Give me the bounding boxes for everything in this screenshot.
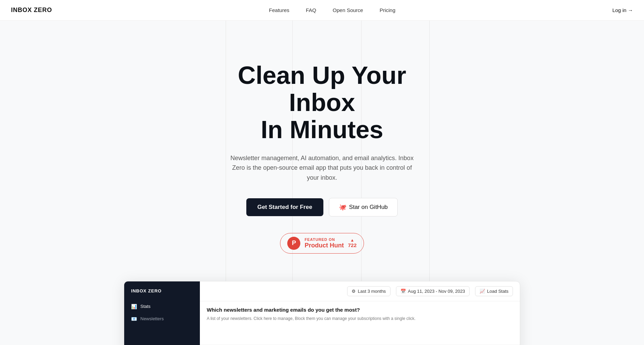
ph-vote-count: 722 [348, 242, 356, 248]
ph-featured-label: FEATURED ON [304, 237, 335, 242]
nav-logo: INBOX ZERO [11, 7, 52, 14]
dashboard-question: Which newsletters and marketing emails d… [207, 307, 513, 313]
newsletters-icon: 📧 [131, 316, 137, 322]
dashboard-main: ⚙ Last 3 months 📅 Aug 11, 2023 - Nov 09,… [200, 281, 520, 345]
get-started-button[interactable]: Get Started for Free [246, 198, 323, 216]
hero-title: Clean Up Your Inbox In Minutes [202, 62, 442, 144]
sidebar-newsletters-label: Newsletters [140, 316, 164, 321]
sidebar-item-stats[interactable]: 📊 Stats [124, 300, 200, 313]
nav-links: Features FAQ Open Source Pricing [269, 7, 395, 13]
date-range-button[interactable]: 📅 Aug 11, 2023 - Nov 09, 2023 [396, 286, 470, 296]
filter-button[interactable]: ⚙ Last 3 months [347, 286, 390, 296]
sidebar-item-newsletters[interactable]: 📧 Newsletters [124, 313, 200, 325]
ph-logo: P [287, 237, 300, 250]
nav-item-pricing[interactable]: Pricing [379, 7, 395, 13]
navbar: INBOX ZERO Features FAQ Open Source Pric… [0, 0, 644, 21]
dashboard-description: A list of your newsletters. Click here t… [207, 315, 513, 322]
nav-item-features[interactable]: Features [269, 7, 289, 13]
login-link[interactable]: Log in → [612, 7, 633, 13]
filter-label: Last 3 months [358, 289, 386, 294]
date-range-label: Aug 11, 2023 - Nov 09, 2023 [408, 289, 465, 294]
nav-link-faq[interactable]: FAQ [306, 7, 316, 13]
ph-text: FEATURED ON Product Hunt [304, 237, 344, 249]
ph-name: Product Hunt [304, 242, 344, 249]
hero-buttons: Get Started for Free 🐙 Star on GitHub [246, 198, 398, 216]
hero-section: Clean Up Your Inbox In Minutes Newslette… [0, 21, 644, 274]
dashboard-sidebar-logo: INBOX ZERO [124, 288, 200, 300]
dashboard-header: ⚙ Last 3 months 📅 Aug 11, 2023 - Nov 09,… [200, 281, 520, 301]
load-stats-label: Load Stats [487, 289, 508, 294]
dashboard-inner: INBOX ZERO 📊 Stats 📧 Newsletters ⚙ [124, 281, 520, 345]
sidebar-stats-label: Stats [140, 304, 151, 309]
filter-icon: ⚙ [352, 289, 356, 294]
nav-link-pricing[interactable]: Pricing [379, 7, 395, 13]
load-stats-button[interactable]: 📈 Load Stats [475, 286, 513, 296]
calendar-icon: 📅 [400, 289, 406, 294]
dashboard-sidebar: INBOX ZERO 📊 Stats 📧 Newsletters [124, 281, 200, 345]
nav-link-opensource[interactable]: Open Source [333, 7, 363, 13]
ph-votes: ▲ 722 [348, 238, 356, 248]
nav-link-features[interactable]: Features [269, 7, 289, 13]
stats-icon: 📊 [131, 304, 137, 309]
hero-subtitle: Newsletter management, AI automation, an… [229, 153, 415, 183]
nav-item-opensource[interactable]: Open Source [333, 7, 363, 13]
nav-item-faq[interactable]: FAQ [306, 7, 316, 13]
page-wrapper: Clean Up Your Inbox In Minutes Newslette… [0, 21, 644, 345]
dashboard-preview: INBOX ZERO 📊 Stats 📧 Newsletters ⚙ [116, 281, 528, 345]
star-github-button[interactable]: 🐙 Star on GitHub [329, 198, 398, 216]
product-hunt-badge[interactable]: P FEATURED ON Product Hunt ▲ 722 [280, 233, 364, 254]
dashboard-card: INBOX ZERO 📊 Stats 📧 Newsletters ⚙ [124, 281, 520, 345]
dashboard-content: Which newsletters and marketing emails d… [200, 301, 520, 345]
chart-icon: 📈 [480, 289, 485, 294]
github-icon: 🐙 [339, 203, 346, 211]
ph-arrow-icon: ▲ [350, 238, 354, 242]
